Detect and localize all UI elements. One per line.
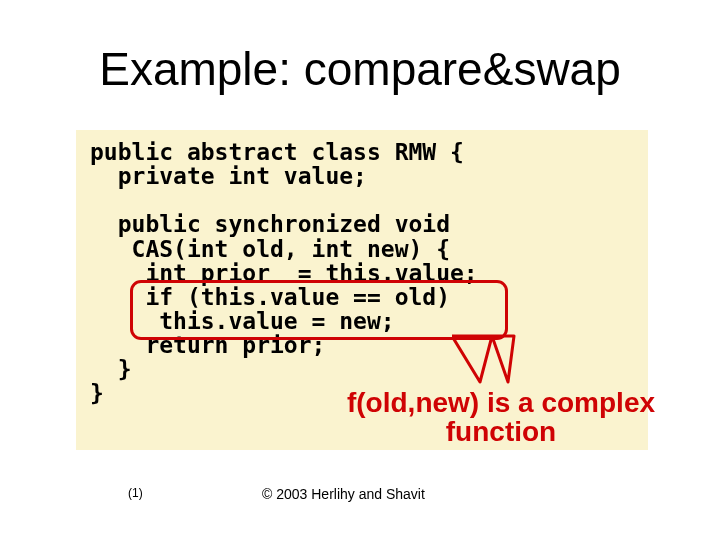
code-line: }: [90, 356, 132, 382]
callout-highlight-box: [130, 280, 508, 340]
slide-title: Example: compare&swap: [0, 42, 720, 96]
code-line: }: [90, 380, 104, 406]
code-line: CAS(int old, int new) {: [90, 236, 450, 262]
callout-label: f(old,new) is a complex function: [336, 388, 666, 447]
slide: Example: compare&swap public abstract cl…: [0, 0, 720, 540]
code-block: public abstract class RMW { private int …: [90, 140, 634, 406]
page-number: (1): [128, 486, 143, 500]
code-line: public abstract class RMW {: [90, 139, 464, 165]
copyright: © 2003 Herlihy and Shavit: [262, 486, 425, 502]
code-line: public synchronized void: [90, 211, 450, 237]
callout-pointer-tail: [452, 334, 516, 386]
code-line: private int value;: [90, 163, 367, 189]
svg-marker-0: [452, 336, 514, 382]
